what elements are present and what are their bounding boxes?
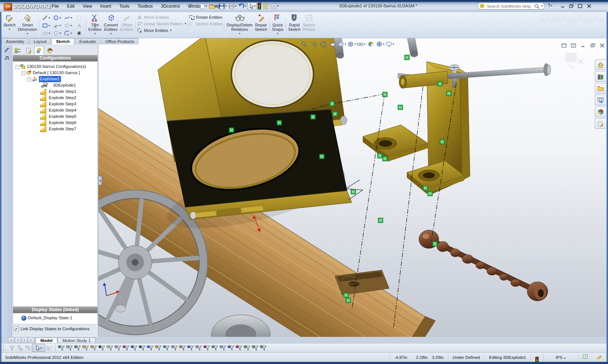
prev-tab-button[interactable] bbox=[15, 337, 21, 343]
search-options-caret[interactable]: ▾ bbox=[541, 4, 543, 8]
expand-toggle[interactable]: − bbox=[27, 77, 31, 81]
mate-marker[interactable] bbox=[377, 153, 382, 158]
tree-item-explode-step2[interactable]: Explode Step2 bbox=[13, 95, 97, 101]
expand-toggle[interactable]: − bbox=[21, 71, 25, 75]
property-manager-tab[interactable] bbox=[23, 46, 33, 55]
design-library-icon[interactable] bbox=[595, 71, 606, 82]
display-delete-relations-button[interactable]: 6x Display/Delete Relations▾ bbox=[225, 13, 254, 38]
sarrus-linkage-mechanism[interactable] bbox=[158, 38, 352, 242]
sketch-button[interactable]: Sketch▾ bbox=[2, 13, 17, 38]
mate-marker[interactable] bbox=[330, 101, 334, 106]
gray-roller-part[interactable] bbox=[211, 315, 270, 337]
rotate-entities-button[interactable]: Rotate Entities bbox=[189, 14, 223, 20]
selection-filter-icon[interactable] bbox=[82, 344, 90, 352]
view-settings-icon[interactable]: ▾ bbox=[386, 40, 394, 48]
filter-cursor-icon[interactable] bbox=[16, 344, 24, 352]
menu-tools[interactable]: Tools bbox=[116, 3, 133, 10]
slot-tool[interactable]: ▾ bbox=[41, 29, 52, 37]
display-manager-tab[interactable] bbox=[45, 46, 55, 55]
mate-marker[interactable] bbox=[383, 156, 387, 161]
filter-multi-icon[interactable] bbox=[24, 344, 32, 352]
selection-filter-icon[interactable] bbox=[106, 344, 114, 352]
display-state-item[interactable]: Default_Display State-1 bbox=[13, 315, 97, 321]
menu-3dcontrol[interactable]: 3Dcontrol bbox=[158, 3, 183, 10]
ellipse-tool[interactable]: ▾ bbox=[63, 22, 74, 29]
selection-filter-icon[interactable] bbox=[130, 344, 138, 352]
menu-file[interactable]: File bbox=[48, 3, 62, 10]
stretch-entities-button[interactable]: Stretch Entities bbox=[189, 21, 223, 26]
repair-sketch-button[interactable]: Repair Sketch bbox=[254, 13, 268, 38]
fillet-tool[interactable]: ▾ bbox=[63, 29, 74, 37]
quick-snaps-button[interactable]: Quick Snaps▾ bbox=[271, 13, 285, 38]
rollback-bar-icon[interactable] bbox=[4, 55, 10, 61]
mate-marker[interactable] bbox=[398, 105, 403, 110]
help-button[interactable]: ?▾ bbox=[548, 3, 552, 8]
configuration-manager-tab[interactable] bbox=[34, 46, 44, 55]
line-tool[interactable]: ▾ bbox=[41, 14, 52, 22]
search-box[interactable]: ? ▾ bbox=[477, 3, 545, 10]
zoom-to-area-icon[interactable] bbox=[309, 40, 318, 48]
tab-assembly[interactable]: Assembly bbox=[1, 38, 29, 44]
search-icon[interactable] bbox=[534, 4, 539, 9]
mate-marker[interactable] bbox=[433, 241, 437, 246]
section-view-icon[interactable] bbox=[328, 40, 337, 48]
tree-item-3dexplode1[interactable]: 3DExplode1 bbox=[13, 82, 97, 88]
tree-item-explode-step6[interactable]: Explode Step6 bbox=[13, 120, 97, 126]
select-button[interactable]: ▾ bbox=[32, 344, 45, 352]
selection-filter-icon[interactable] bbox=[203, 344, 211, 352]
tree-item-explview1[interactable]: − ExplView1 bbox=[13, 76, 97, 82]
filter-toggle-icon[interactable] bbox=[8, 344, 16, 352]
mate-marker[interactable] bbox=[346, 298, 351, 303]
selection-filter-icon[interactable] bbox=[138, 344, 146, 352]
mate-marker[interactable] bbox=[446, 91, 451, 96]
print-button[interactable]: ▾ bbox=[228, 3, 237, 10]
mate-marker[interactable] bbox=[405, 55, 409, 60]
select-tool-button[interactable]: ▾ bbox=[247, 3, 257, 10]
sketch-picture-button[interactable]: Sketch Picture bbox=[302, 13, 316, 38]
point-tool[interactable] bbox=[74, 29, 85, 37]
polygon-tool[interactable]: ▾ bbox=[52, 29, 63, 37]
mate-marker[interactable] bbox=[383, 92, 387, 97]
selection-filter-icon[interactable] bbox=[259, 344, 267, 352]
tab-office-products[interactable]: Office Products bbox=[101, 38, 138, 44]
file-explorer-icon[interactable] bbox=[595, 83, 606, 94]
rapid-sketch-button[interactable]: Rapid Sketch bbox=[287, 13, 302, 38]
rebuild-traffic-light-icon[interactable] bbox=[257, 2, 262, 10]
tree-item-explode-step7[interactable]: Explode Step7 bbox=[13, 126, 97, 132]
model-tab[interactable]: Model bbox=[36, 338, 57, 343]
new-document-button[interactable]: ▾ bbox=[199, 3, 208, 10]
tab-evaluate[interactable]: Evaluate bbox=[75, 38, 100, 44]
solidworks-resources-icon[interactable] bbox=[595, 59, 606, 70]
tree-item-explode-step3[interactable]: Explode Step3 bbox=[13, 101, 97, 107]
tree-item-explode-step1[interactable]: Explode Step1 bbox=[13, 88, 97, 95]
trim-entities-button[interactable]: TTrim Entities▾ bbox=[87, 13, 103, 38]
pin-menu-icon[interactable] bbox=[188, 4, 193, 9]
save-button[interactable]: ▾ bbox=[218, 3, 227, 10]
text-tool[interactable]: A bbox=[74, 22, 85, 29]
tree-item-explode-step5[interactable]: Explode Step5 bbox=[13, 113, 97, 120]
selection-filter-icon[interactable] bbox=[90, 344, 98, 352]
menu-view[interactable]: View bbox=[79, 3, 95, 10]
sketch-pattern-tool[interactable] bbox=[74, 14, 85, 22]
selection-filter-icon[interactable] bbox=[57, 344, 65, 352]
mate-marker[interactable] bbox=[440, 139, 445, 144]
offset-entities-button[interactable]: Offset Entities bbox=[119, 13, 134, 38]
selection-filter-icon[interactable] bbox=[187, 344, 195, 352]
expand-toggle[interactable]: − bbox=[15, 65, 19, 69]
doc-window-icon[interactable] bbox=[560, 43, 568, 48]
next-tab-button[interactable] bbox=[21, 337, 28, 343]
graphics-viewport[interactable]: ▾ ▾ ▾ ▾ ▾ ◄ bbox=[98, 38, 607, 337]
menu-insert[interactable]: Insert bbox=[97, 3, 115, 10]
mirror-entities-button[interactable]: Mirror Entities bbox=[137, 14, 186, 20]
tree-item-explode-step4[interactable]: Explode Step4 bbox=[13, 107, 97, 113]
maximize-button[interactable] bbox=[576, 3, 584, 9]
selection-filter-icon[interactable] bbox=[219, 344, 227, 352]
view-orientation-icon[interactable]: ▾ bbox=[338, 40, 347, 48]
panel-collapse-handle[interactable]: ◄ bbox=[98, 176, 102, 185]
doc-window-icon-2[interactable] bbox=[570, 43, 577, 48]
copper-crank-handle[interactable] bbox=[419, 230, 548, 301]
selection-filter-icon[interactable] bbox=[227, 344, 235, 352]
toolbar-drag-handle[interactable] bbox=[3, 345, 6, 351]
selection-filter-icon[interactable] bbox=[251, 344, 259, 352]
selection-filter-icon[interactable] bbox=[114, 344, 122, 352]
